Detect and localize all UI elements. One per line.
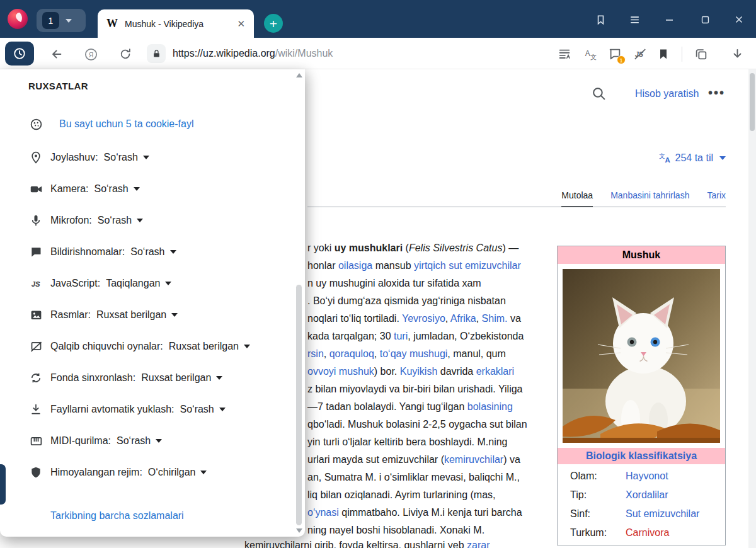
article-line: honlar oilasiga mansub yirtqich sut emiz… bbox=[307, 257, 527, 275]
permission-row[interactable]: Fonda sinxronlash:Ruxsat berilgan bbox=[0, 362, 290, 394]
panel-scrollbar[interactable] bbox=[295, 71, 303, 534]
wiki-link[interactable]: to‘qay mushugi bbox=[380, 348, 448, 359]
permission-row[interactable]: Bildirishnomalar:So‘rash bbox=[0, 236, 290, 268]
wiki-link[interactable]: bolasining bbox=[467, 401, 513, 412]
collections-icon[interactable] bbox=[694, 47, 709, 62]
wikipedia-favicon: W bbox=[106, 17, 118, 30]
history-button[interactable] bbox=[5, 42, 34, 66]
wiki-tab-tarix[interactable]: Tarix bbox=[707, 190, 726, 207]
permission-row[interactable]: Kamera:So‘rash bbox=[0, 173, 290, 205]
sidebar-panel-icon[interactable] bbox=[592, 11, 609, 28]
infobox-value-link[interactable]: Hayvonot bbox=[626, 471, 668, 482]
text-segment: , manul, qum bbox=[447, 348, 505, 359]
chevron-down-icon bbox=[719, 156, 726, 160]
svg-text:A: A bbox=[665, 156, 670, 164]
yandex-browser-logo[interactable] bbox=[7, 8, 28, 30]
text-segment: qbo‘ladi. Mushuk bolasini 2-2,5 oygacha … bbox=[307, 419, 527, 430]
scroll-up-icon[interactable] bbox=[296, 73, 302, 77]
article-line: rsin, qoraquloq, to‘qay mushugi, manul, … bbox=[307, 345, 527, 363]
window-scrollbar[interactable] bbox=[748, 69, 756, 548]
new-tab-button[interactable]: + bbox=[264, 14, 283, 33]
infobox-label: Sinf: bbox=[570, 508, 626, 520]
permission-value-dropdown[interactable]: Ruxsat berilgan bbox=[169, 341, 250, 352]
wiki-link[interactable]: zarar bbox=[467, 540, 490, 548]
caret-down-icon bbox=[171, 313, 178, 317]
permission-value-dropdown[interactable]: Taqiqlangan bbox=[106, 278, 171, 289]
site-permissions-button[interactable] bbox=[147, 44, 166, 63]
javascript-blocked-icon[interactable]: JS bbox=[633, 47, 648, 62]
caret-down-icon bbox=[216, 376, 222, 380]
bookmark-icon[interactable] bbox=[656, 47, 671, 62]
permission-value-dropdown[interactable]: So‘rash bbox=[98, 215, 143, 226]
titlebar: 1 W Mushuk - Vikipediya ✕ + bbox=[0, 0, 756, 38]
permission-value-dropdown[interactable]: Ruxsat berilgan bbox=[96, 309, 178, 321]
downloads-icon[interactable] bbox=[730, 47, 745, 62]
permission-label: Fayllarni avtomatik yuklash: bbox=[50, 404, 175, 415]
permission-label: Qalqib chiquvchi oynalar: bbox=[50, 341, 163, 352]
permission-value-dropdown[interactable]: O‘chirilgan bbox=[148, 467, 207, 478]
address-bar[interactable]: https://uz.wikipedia.org/wiki/Mushuk bbox=[173, 38, 333, 69]
wiki-link[interactable]: yirtqich sut emizuvchilar bbox=[414, 260, 521, 271]
wiki-tab-mutolaa[interactable]: Mutolaa bbox=[561, 190, 593, 207]
refresh-icon[interactable] bbox=[118, 47, 133, 62]
wiki-link[interactable]: Kuyikish bbox=[400, 366, 438, 377]
advisor-icon[interactable]: 1 bbox=[607, 47, 622, 62]
infobox-value-link[interactable]: Sut emizuvchilar bbox=[626, 508, 699, 520]
wiki-link[interactable]: turi bbox=[394, 331, 408, 341]
translate-icon[interactable]: A文 bbox=[583, 47, 598, 62]
wiki-link[interactable]: erkaklari bbox=[476, 366, 514, 377]
reader-mode-icon[interactable] bbox=[557, 47, 572, 62]
permission-row[interactable]: Qalqib chiquvchi oynalar:Ruxsat berilgan bbox=[0, 331, 290, 362]
wiki-link[interactable]: Shim. bbox=[482, 313, 508, 324]
permission-value-dropdown[interactable]: So‘rash bbox=[180, 404, 226, 415]
wiki-link[interactable]: kemiruvchilar bbox=[444, 454, 503, 465]
permission-value-dropdown[interactable]: So‘rash bbox=[130, 246, 176, 258]
permission-value-dropdown[interactable]: Ruxsat berilgan bbox=[141, 372, 222, 384]
window-scrollbar-thumb[interactable] bbox=[750, 73, 755, 131]
permission-label: Kamera: bbox=[50, 183, 88, 195]
menu-hamburger-icon[interactable] bbox=[626, 11, 643, 28]
close-button[interactable] bbox=[731, 11, 747, 28]
infobox-value-link[interactable]: Xordalilar bbox=[626, 489, 668, 501]
yandex-search-icon[interactable]: Я bbox=[83, 47, 98, 62]
permission-row[interactable]: JSJavaScript:Taqiqlangan bbox=[0, 268, 290, 299]
wiki-link[interactable]: qoraquloq bbox=[329, 348, 374, 359]
permission-row[interactable]: Joylashuv:So‘rash bbox=[0, 142, 290, 173]
create-account-link[interactable]: Hisob yaratish bbox=[635, 88, 699, 100]
kitten-photo bbox=[563, 269, 720, 443]
tab-close-icon[interactable]: ✕ bbox=[237, 18, 245, 30]
scroll-down-icon[interactable] bbox=[296, 528, 302, 533]
permission-value-dropdown[interactable]: So‘rash bbox=[94, 183, 139, 195]
caret-down-icon bbox=[219, 408, 226, 411]
wiki-link[interactable]: oilasiga bbox=[338, 260, 372, 271]
permission-row[interactable]: Mikrofon:So‘rash bbox=[0, 205, 290, 236]
content-settings-link[interactable]: Tarkibning barcha sozlamalari bbox=[50, 510, 184, 522]
wiki-link[interactable]: Yevrosiyo bbox=[402, 313, 445, 324]
infobox-value-link[interactable]: Carnivora bbox=[626, 527, 669, 539]
article-line: n uy mushugini aloxida tur sifatida xam bbox=[307, 275, 527, 292]
wiki-link[interactable]: ovvoyi mushuk bbox=[307, 366, 374, 377]
back-icon[interactable] bbox=[49, 47, 64, 62]
more-options-icon[interactable]: ••• bbox=[708, 86, 725, 100]
search-icon[interactable] bbox=[591, 86, 607, 102]
permission-row[interactable]: Himoyalangan rejim:O‘chirilgan bbox=[0, 457, 290, 488]
tab-group-switcher[interactable]: 1 bbox=[37, 9, 86, 32]
permission-value-dropdown[interactable]: So‘rash bbox=[104, 152, 149, 163]
infobox-section-link[interactable]: Biologik klassifikatsiya bbox=[558, 448, 725, 464]
sidebar-handle[interactable] bbox=[0, 464, 6, 505]
browser-tab[interactable]: W Mushuk - Vikipediya ✕ bbox=[98, 9, 254, 38]
permission-row[interactable]: Fayllarni avtomatik yuklash:So‘rash bbox=[0, 394, 290, 425]
wiki-link[interactable]: o‘ynasi bbox=[307, 507, 339, 518]
language-selector[interactable]: 文A 254 ta til bbox=[658, 151, 726, 164]
permission-row[interactable]: Rasmlar:Ruxsat berilgan bbox=[0, 299, 290, 331]
wiki-tab-manbasini-tahrirlash[interactable]: Manbasini tahrirlash bbox=[610, 190, 689, 207]
minimize-button[interactable] bbox=[661, 11, 677, 28]
cookie-row: Bu sayt uchun 5 ta cookie-fayl bbox=[29, 116, 193, 132]
permission-row[interactable]: MIDI-qurilma:So‘rash bbox=[0, 425, 290, 457]
wiki-link[interactable]: rsin bbox=[307, 348, 324, 359]
maximize-button[interactable] bbox=[697, 11, 713, 28]
scrollbar-thumb[interactable] bbox=[296, 285, 302, 525]
permission-value-dropdown[interactable]: So‘rash bbox=[117, 435, 162, 447]
wiki-link[interactable]: Afrika bbox=[450, 313, 476, 324]
cookies-link[interactable]: Bu sayt uchun 5 ta cookie-fayl bbox=[59, 118, 193, 130]
